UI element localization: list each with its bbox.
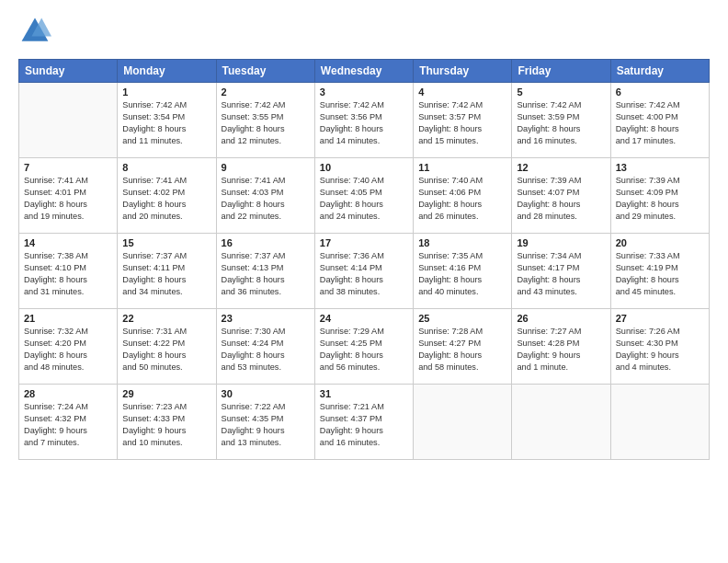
day-info: Sunrise: 7:37 AMSunset: 4:13 PMDaylight:… — [222, 250, 310, 298]
logo — [18, 15, 55, 48]
day-info: Sunrise: 7:21 AMSunset: 4:37 PMDaylight:… — [320, 401, 408, 449]
calendar-cell: 5Sunrise: 7:42 AMSunset: 3:59 PMDaylight… — [512, 83, 610, 158]
calendar-cell: 12Sunrise: 7:39 AMSunset: 4:07 PMDayligh… — [512, 158, 610, 234]
calendar-cell: 6Sunrise: 7:42 AMSunset: 4:00 PMDaylight… — [610, 83, 709, 158]
day-number: 1 — [122, 86, 210, 98]
day-number: 24 — [320, 313, 408, 324]
day-number: 20 — [616, 237, 704, 248]
day-info: Sunrise: 7:42 AMSunset: 3:59 PMDaylight:… — [517, 99, 605, 147]
day-number: 21 — [24, 313, 112, 324]
day-info: Sunrise: 7:31 AMSunset: 4:22 PMDaylight:… — [122, 326, 210, 373]
day-info: Sunrise: 7:30 AMSunset: 4:24 PMDaylight:… — [222, 326, 310, 373]
day-info: Sunrise: 7:38 AMSunset: 4:10 PMDaylight:… — [24, 250, 112, 298]
calendar-cell: 30Sunrise: 7:22 AMSunset: 4:35 PMDayligh… — [216, 385, 314, 460]
calendar-cell: 27Sunrise: 7:26 AMSunset: 4:30 PMDayligh… — [610, 309, 709, 385]
day-info: Sunrise: 7:41 AMSunset: 4:02 PMDaylight:… — [122, 175, 210, 223]
day-number: 30 — [222, 388, 310, 399]
weekday-row: SundayMondayTuesdayWednesdayThursdayFrid… — [19, 60, 710, 83]
weekday-header-saturday: Saturday — [610, 60, 709, 83]
calendar-cell: 9Sunrise: 7:41 AMSunset: 4:03 PMDaylight… — [216, 158, 314, 234]
day-info: Sunrise: 7:41 AMSunset: 4:03 PMDaylight:… — [222, 175, 310, 223]
day-info: Sunrise: 7:24 AMSunset: 4:32 PMDaylight:… — [24, 401, 112, 449]
calendar-cell: 22Sunrise: 7:31 AMSunset: 4:22 PMDayligh… — [118, 309, 216, 385]
calendar-cell — [512, 385, 610, 460]
page: SundayMondayTuesdayWednesdayThursdayFrid… — [0, 0, 728, 563]
calendar-cell: 11Sunrise: 7:40 AMSunset: 4:06 PMDayligh… — [414, 158, 512, 234]
week-row-2: 7Sunrise: 7:41 AMSunset: 4:01 PMDaylight… — [19, 158, 710, 234]
calendar-cell: 20Sunrise: 7:33 AMSunset: 4:19 PMDayligh… — [610, 234, 709, 309]
day-number: 8 — [122, 162, 210, 173]
calendar-table: SundayMondayTuesdayWednesdayThursdayFrid… — [18, 59, 710, 460]
calendar-cell: 26Sunrise: 7:27 AMSunset: 4:28 PMDayligh… — [512, 309, 610, 385]
calendar-cell: 2Sunrise: 7:42 AMSunset: 3:55 PMDaylight… — [216, 83, 314, 158]
calendar-cell: 3Sunrise: 7:42 AMSunset: 3:56 PMDaylight… — [314, 83, 413, 158]
day-info: Sunrise: 7:42 AMSunset: 3:57 PMDaylight:… — [418, 99, 506, 147]
day-number: 22 — [122, 313, 210, 324]
week-row-4: 21Sunrise: 7:32 AMSunset: 4:20 PMDayligh… — [19, 309, 710, 385]
day-info: Sunrise: 7:36 AMSunset: 4:14 PMDaylight:… — [320, 250, 408, 298]
calendar-cell: 31Sunrise: 7:21 AMSunset: 4:37 PMDayligh… — [314, 385, 413, 460]
weekday-header-thursday: Thursday — [414, 60, 512, 83]
day-number: 29 — [122, 388, 210, 399]
calendar-cell: 29Sunrise: 7:23 AMSunset: 4:33 PMDayligh… — [118, 385, 216, 460]
day-number: 16 — [222, 237, 310, 248]
day-number: 28 — [24, 388, 112, 399]
day-number: 26 — [517, 313, 605, 324]
day-number: 23 — [222, 313, 310, 324]
day-number: 2 — [222, 86, 310, 98]
day-info: Sunrise: 7:23 AMSunset: 4:33 PMDaylight:… — [122, 401, 210, 449]
header — [18, 15, 710, 48]
weekday-header-sunday: Sunday — [19, 60, 118, 83]
day-number: 15 — [122, 237, 210, 248]
day-number: 9 — [222, 162, 310, 173]
calendar-cell: 19Sunrise: 7:34 AMSunset: 4:17 PMDayligh… — [512, 234, 610, 309]
day-number: 13 — [616, 162, 704, 173]
day-info: Sunrise: 7:40 AMSunset: 4:05 PMDaylight:… — [320, 175, 408, 223]
calendar-cell — [610, 385, 709, 460]
week-row-1: 1Sunrise: 7:42 AMSunset: 3:54 PMDaylight… — [19, 83, 710, 158]
calendar-cell: 14Sunrise: 7:38 AMSunset: 4:10 PMDayligh… — [19, 234, 118, 309]
day-info: Sunrise: 7:39 AMSunset: 4:07 PMDaylight:… — [517, 175, 605, 223]
calendar-cell: 28Sunrise: 7:24 AMSunset: 4:32 PMDayligh… — [19, 385, 118, 460]
calendar-cell: 18Sunrise: 7:35 AMSunset: 4:16 PMDayligh… — [414, 234, 512, 309]
day-info: Sunrise: 7:27 AMSunset: 4:28 PMDaylight:… — [517, 326, 605, 373]
calendar-cell: 17Sunrise: 7:36 AMSunset: 4:14 PMDayligh… — [314, 234, 413, 309]
day-info: Sunrise: 7:40 AMSunset: 4:06 PMDaylight:… — [418, 175, 506, 223]
weekday-header-tuesday: Tuesday — [216, 60, 314, 83]
calendar-cell: 24Sunrise: 7:29 AMSunset: 4:25 PMDayligh… — [314, 309, 413, 385]
day-info: Sunrise: 7:41 AMSunset: 4:01 PMDaylight:… — [24, 175, 112, 223]
calendar-cell: 16Sunrise: 7:37 AMSunset: 4:13 PMDayligh… — [216, 234, 314, 309]
day-number: 5 — [517, 86, 605, 98]
day-number: 27 — [616, 313, 704, 324]
week-row-5: 28Sunrise: 7:24 AMSunset: 4:32 PMDayligh… — [19, 385, 710, 460]
day-info: Sunrise: 7:34 AMSunset: 4:17 PMDaylight:… — [517, 250, 605, 298]
day-number: 18 — [418, 237, 506, 248]
day-number: 31 — [320, 388, 408, 399]
day-info: Sunrise: 7:42 AMSunset: 3:55 PMDaylight:… — [222, 99, 310, 147]
calendar-cell: 4Sunrise: 7:42 AMSunset: 3:57 PMDaylight… — [414, 83, 512, 158]
day-number: 3 — [320, 86, 408, 98]
day-number: 14 — [24, 237, 112, 248]
day-number: 12 — [517, 162, 605, 173]
calendar-cell: 25Sunrise: 7:28 AMSunset: 4:27 PMDayligh… — [414, 309, 512, 385]
day-number: 11 — [418, 162, 506, 173]
calendar-cell: 23Sunrise: 7:30 AMSunset: 4:24 PMDayligh… — [216, 309, 314, 385]
day-info: Sunrise: 7:42 AMSunset: 3:54 PMDaylight:… — [122, 99, 210, 147]
day-number: 6 — [616, 86, 704, 98]
weekday-header-friday: Friday — [512, 60, 610, 83]
day-info: Sunrise: 7:26 AMSunset: 4:30 PMDaylight:… — [616, 326, 704, 373]
weekday-header-monday: Monday — [118, 60, 216, 83]
calendar-cell: 7Sunrise: 7:41 AMSunset: 4:01 PMDaylight… — [19, 158, 118, 234]
day-info: Sunrise: 7:29 AMSunset: 4:25 PMDaylight:… — [320, 326, 408, 373]
calendar-cell: 21Sunrise: 7:32 AMSunset: 4:20 PMDayligh… — [19, 309, 118, 385]
day-number: 25 — [418, 313, 506, 324]
logo-icon — [18, 15, 51, 48]
calendar-cell: 8Sunrise: 7:41 AMSunset: 4:02 PMDaylight… — [118, 158, 216, 234]
calendar-cell: 1Sunrise: 7:42 AMSunset: 3:54 PMDaylight… — [118, 83, 216, 158]
day-info: Sunrise: 7:35 AMSunset: 4:16 PMDaylight:… — [418, 250, 506, 298]
day-number: 19 — [517, 237, 605, 248]
day-number: 17 — [320, 237, 408, 248]
calendar-body: 1Sunrise: 7:42 AMSunset: 3:54 PMDaylight… — [19, 83, 710, 460]
calendar-cell: 13Sunrise: 7:39 AMSunset: 4:09 PMDayligh… — [610, 158, 709, 234]
calendar-header: SundayMondayTuesdayWednesdayThursdayFrid… — [19, 60, 710, 83]
